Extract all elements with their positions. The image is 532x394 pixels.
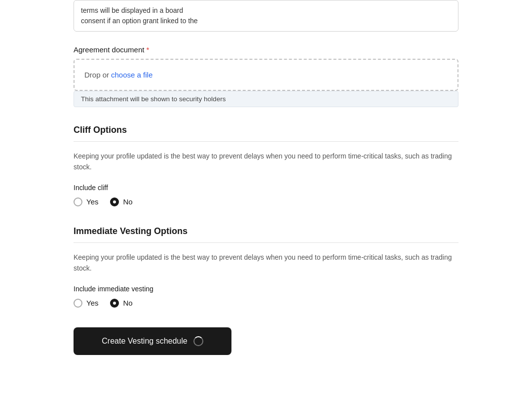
cliff-radio-group: Yes No bbox=[74, 197, 458, 206]
immediate-vesting-description: Keeping your profile updated is the best… bbox=[74, 252, 458, 274]
cliff-options-title: Cliff Options bbox=[74, 125, 458, 135]
cliff-no-radio[interactable] bbox=[110, 197, 119, 206]
immediate-yes-option[interactable]: Yes bbox=[74, 299, 98, 308]
cliff-yes-radio[interactable] bbox=[74, 197, 82, 206]
immediate-yes-radio[interactable] bbox=[74, 299, 82, 308]
required-star: * bbox=[146, 45, 149, 54]
cliff-options-description: Keeping your profile updated is the best… bbox=[74, 151, 458, 173]
cliff-options-section: Cliff Options Keeping your profile updat… bbox=[74, 125, 458, 206]
partial-line2: consent if an option grant linked to the bbox=[81, 17, 198, 25]
cliff-yes-option[interactable]: Yes bbox=[74, 197, 98, 206]
page-container: terms will be displayed in a board conse… bbox=[0, 0, 532, 394]
include-immediate-label: Include immediate vesting bbox=[74, 285, 458, 293]
cliff-no-label: No bbox=[123, 197, 132, 206]
immediate-vesting-title: Immediate Vesting Options bbox=[74, 226, 458, 236]
immediate-yes-label: Yes bbox=[86, 299, 98, 307]
attachment-note: This attachment will be shown to securit… bbox=[74, 91, 458, 107]
spinner-icon bbox=[193, 336, 203, 346]
cliff-no-option[interactable]: No bbox=[110, 197, 132, 206]
immediate-no-label: No bbox=[123, 299, 132, 307]
immediate-vesting-divider bbox=[74, 242, 458, 243]
immediate-vesting-section: Immediate Vesting Options Keeping your p… bbox=[74, 226, 458, 308]
content-area: terms will be displayed in a board conse… bbox=[74, 0, 458, 385]
immediate-no-radio[interactable] bbox=[110, 299, 119, 308]
immediate-no-option[interactable]: No bbox=[110, 299, 132, 308]
drop-text-prefix: Drop or bbox=[84, 71, 109, 79]
include-cliff-label: Include cliff bbox=[74, 184, 458, 192]
create-vesting-button[interactable]: Create Vesting schedule bbox=[74, 327, 231, 355]
immediate-radio-group: Yes No bbox=[74, 299, 458, 308]
create-button-label: Create Vesting schedule bbox=[102, 337, 187, 346]
cliff-options-divider bbox=[74, 141, 458, 142]
partial-text-box: terms will be displayed in a board conse… bbox=[74, 0, 458, 32]
partial-line1: terms will be displayed in a board bbox=[81, 6, 183, 14]
cliff-yes-label: Yes bbox=[86, 197, 98, 206]
agreement-document-label: Agreement document * bbox=[74, 45, 458, 54]
file-drop-zone[interactable]: Drop or choose a file bbox=[74, 59, 458, 91]
agreement-document-section: Agreement document * Drop or choose a fi… bbox=[74, 45, 458, 107]
choose-file-link[interactable]: choose a file bbox=[111, 71, 152, 79]
